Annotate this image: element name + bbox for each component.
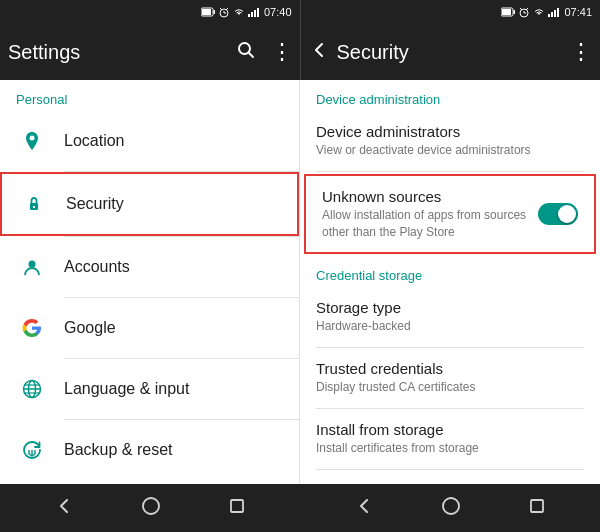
install-storage-subtitle: Install certificates from storage [316,440,584,457]
security-item-clear-creds[interactable]: Clear credentials [300,470,600,484]
accounts-icon [16,251,48,283]
right-status-bar: 07:41 [301,0,601,24]
settings-item-accounts[interactable]: Accounts [0,237,299,297]
device-admin-header: Device administration [300,80,600,111]
svg-point-29 [29,261,36,268]
backup-label: Backup & reset [64,441,173,459]
security-more-icon[interactable]: ⋮ [570,39,592,65]
trusted-creds-title: Trusted credentials [316,360,584,377]
settings-panel: Personal Location Security [0,80,300,484]
svg-rect-2 [202,9,211,15]
google-label: Google [64,319,116,337]
more-options-icon[interactable]: ⋮ [271,39,292,65]
settings-item-backup[interactable]: Backup & reset [0,420,299,480]
language-icon [16,373,48,405]
credential-storage-header: Credential storage [300,256,600,287]
svg-point-38 [443,498,459,514]
svg-rect-8 [248,14,250,17]
svg-rect-22 [554,10,556,17]
svg-rect-28 [33,206,35,208]
svg-line-6 [220,8,222,10]
left-home-button[interactable] [141,496,161,521]
left-back-button[interactable] [54,496,74,521]
right-status-time: 07:41 [564,6,592,18]
svg-point-26 [30,136,35,141]
left-status-bar: 07:40 [0,0,300,24]
toolbars: Settings ⋮ Security ⋮ [0,24,600,80]
main-content: Personal Location Security [0,80,600,484]
left-nav [0,484,300,532]
svg-rect-20 [548,14,550,17]
settings-item-location[interactable]: Location [0,111,299,171]
right-home-button[interactable] [441,496,461,521]
security-item-unknown-sources[interactable]: Unknown sources Allow installation of ap… [304,174,596,255]
right-toolbar-icons: ⋮ [570,39,592,65]
right-toolbar: Security ⋮ [301,24,601,80]
svg-line-18 [520,8,522,10]
status-bars: 07:40 [0,0,600,24]
install-storage-title: Install from storage [316,421,584,438]
unknown-sources-toggle[interactable] [538,203,578,225]
clear-creds-title: Clear credentials [316,482,584,484]
location-label: Location [64,132,125,150]
search-icon[interactable] [237,41,255,64]
storage-type-subtitle: Hardware-backed [316,318,584,335]
left-status-icons [201,6,260,18]
language-label: Language & input [64,380,189,398]
navigation-bar [0,484,600,532]
svg-rect-13 [514,10,516,14]
settings-item-language[interactable]: Language & input [0,359,299,419]
svg-rect-21 [551,12,553,17]
security-panel: Device administration Device administrat… [300,80,600,484]
svg-rect-1 [213,10,215,14]
settings-title: Settings [8,41,237,64]
svg-rect-39 [531,500,543,512]
right-status-icons [501,6,560,18]
backup-icon [16,434,48,466]
svg-rect-11 [257,8,259,17]
left-recent-button[interactable] [228,497,246,520]
svg-rect-23 [557,8,559,17]
device-admins-subtitle: View or deactivate device administrators [316,142,584,159]
settings-item-google[interactable]: Google [0,298,299,358]
right-nav [300,484,600,532]
storage-type-title: Storage type [316,299,584,316]
location-icon [16,125,48,157]
right-back-button[interactable] [354,496,374,521]
security-item-install-storage[interactable]: Install from storage Install certificate… [300,409,600,469]
svg-line-19 [526,8,528,10]
security-icon [18,188,50,220]
svg-line-7 [226,8,228,10]
svg-rect-9 [251,12,253,17]
left-toolbar: Settings ⋮ [0,24,300,80]
security-item-storage-type[interactable]: Storage type Hardware-backed [300,287,600,347]
security-item-device-admins[interactable]: Device administrators View or deactivate… [300,111,600,171]
right-recent-button[interactable] [528,497,546,520]
google-icon [16,312,48,344]
accounts-label: Accounts [64,258,130,276]
left-status-time: 07:40 [264,6,292,18]
left-toolbar-icons: ⋮ [237,39,292,65]
svg-rect-37 [231,500,243,512]
svg-line-25 [248,52,253,57]
device-admins-title: Device administrators [316,123,584,140]
personal-section-header: Personal [0,80,299,111]
settings-item-security[interactable]: Security [0,172,299,236]
back-button[interactable] [309,40,329,65]
svg-rect-10 [254,10,256,17]
security-item-trusted-creds[interactable]: Trusted credentials Display trusted CA c… [300,348,600,408]
svg-rect-14 [502,9,511,15]
trusted-creds-subtitle: Display trusted CA certificates [316,379,584,396]
svg-point-36 [143,498,159,514]
security-label: Security [66,195,124,213]
security-title: Security [337,41,571,64]
unknown-sources-toggle-container [538,203,578,225]
